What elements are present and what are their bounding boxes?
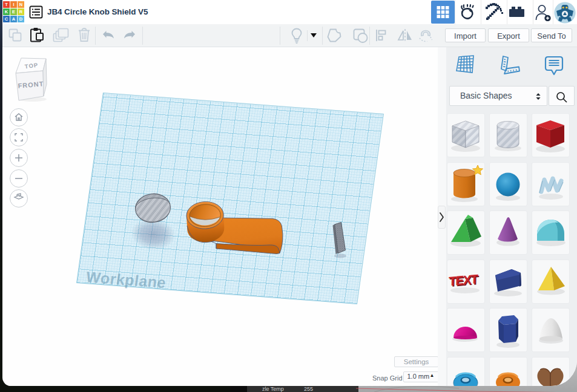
svg-text:TEXT: TEXT xyxy=(449,272,478,288)
